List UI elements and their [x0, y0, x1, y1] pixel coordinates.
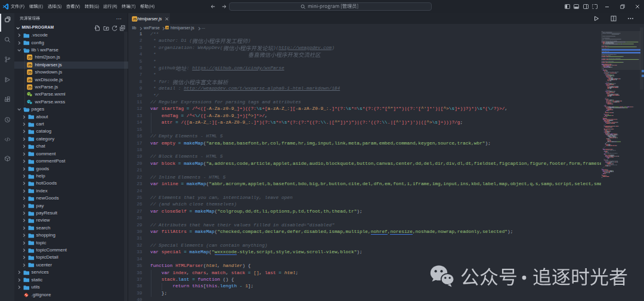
- svg-text:JS: JS: [27, 78, 32, 82]
- svg-text:JS: JS: [27, 63, 32, 67]
- svg-text:JS: JS: [132, 17, 137, 21]
- svg-text:JS: JS: [27, 71, 32, 75]
- svg-text:JS: JS: [166, 27, 169, 29]
- svg-text:JS: JS: [27, 56, 32, 60]
- svg-text:JS: JS: [27, 85, 32, 89]
